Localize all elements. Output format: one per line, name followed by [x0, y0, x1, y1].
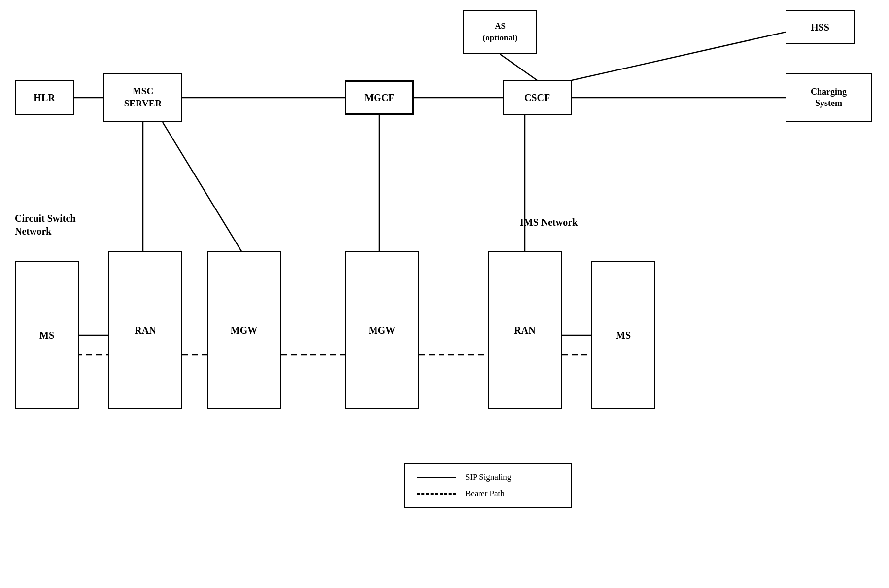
legend-sip-signaling: SIP Signaling — [417, 472, 559, 482]
ms-right-node: MS — [591, 261, 655, 409]
mgw-left-label: MGW — [231, 325, 257, 336]
ran-right-node: RAN — [488, 251, 562, 409]
as-optional-label: AS(optional) — [483, 20, 518, 44]
legend-bearer-path: Bearer Path — [417, 489, 559, 499]
bearer-path-label: Bearer Path — [465, 489, 505, 499]
bearer-path-line-icon — [417, 493, 456, 495]
msc-server-label: MSCSERVER — [124, 85, 162, 109]
mgw-right-node: MGW — [345, 251, 419, 409]
svg-line-7 — [163, 122, 241, 251]
ms-left-label: MS — [39, 330, 54, 341]
legend-box: SIP Signaling Bearer Path — [404, 463, 572, 508]
cscf-label: CSCF — [524, 92, 550, 104]
charging-system-label: ChargingSystem — [811, 86, 847, 109]
mgw-left-node: MGW — [207, 251, 281, 409]
hlr-node: HLR — [15, 80, 74, 115]
ms-right-label: MS — [616, 330, 631, 341]
ran-right-label: RAN — [514, 325, 535, 336]
mgcf-node: MGCF — [345, 80, 414, 115]
ims-network-label: IMS Network — [520, 217, 578, 228]
hss-node: HSS — [786, 10, 855, 44]
ms-left-node: MS — [15, 261, 79, 409]
mgw-right-label: MGW — [369, 325, 395, 336]
ran-left-node: RAN — [108, 251, 182, 409]
svg-line-5 — [572, 32, 786, 80]
hlr-label: HLR — [34, 92, 55, 104]
sip-signaling-label: SIP Signaling — [465, 472, 511, 482]
as-optional-node: AS(optional) — [463, 10, 537, 54]
svg-line-4 — [500, 54, 537, 80]
diagram-container: HLR MSCSERVER MGCF CSCF ChargingSystem A… — [0, 0, 889, 588]
cscf-node: CSCF — [503, 80, 572, 115]
mgcf-label: MGCF — [364, 92, 394, 104]
charging-system-node: ChargingSystem — [786, 73, 872, 122]
sip-signaling-line-icon — [417, 477, 456, 478]
ran-left-label: RAN — [135, 325, 156, 336]
hss-label: HSS — [811, 22, 829, 33]
msc-server-node: MSCSERVER — [103, 73, 182, 122]
circuit-switch-label: Circuit SwitchNetwork — [15, 212, 76, 238]
